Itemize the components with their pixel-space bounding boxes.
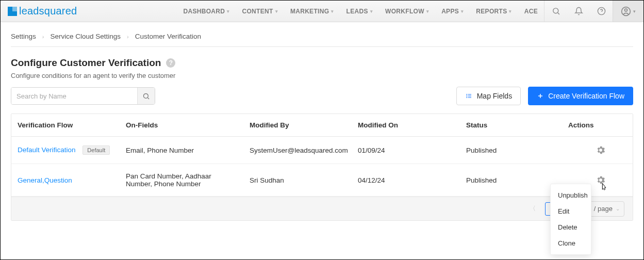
toolbar-right: Map Fields Create Verification Flow: [456, 87, 633, 105]
nav-dashboard[interactable]: DASHBOARD▾: [177, 1, 236, 22]
nav-icons: ▾: [544, 1, 643, 22]
create-flow-button[interactable]: Create Verification Flow: [528, 87, 633, 105]
bell-icon[interactable]: [567, 1, 590, 22]
search-field: [11, 87, 155, 105]
gear-icon[interactable]: [596, 145, 606, 155]
chevron-down-icon: ⌄: [616, 206, 620, 212]
actions-menu: Unpublish Edit Delete Clone: [550, 184, 591, 255]
page-subtitle: Configure conditions for an agent to ver…: [1, 72, 643, 87]
nav-label: LEADS: [346, 8, 368, 15]
svg-line-7: [147, 98, 149, 99]
logo-text: leadsquared: [19, 5, 77, 17]
menu-unpublish[interactable]: Unpublish: [551, 187, 591, 203]
col-modified-by: Modified By: [243, 114, 352, 136]
table-row: General,Question Pan Card Number, Aadhaa…: [11, 164, 633, 197]
crumb-current: Customer Verification: [135, 32, 201, 40]
svg-point-13: [466, 98, 467, 98]
logo-mark-icon: [8, 7, 17, 16]
cell-modified-by: Sri Sudhan: [243, 168, 352, 192]
flow-link[interactable]: General,Question: [18, 176, 72, 184]
crumb-settings[interactable]: Settings: [11, 32, 36, 40]
search-icon[interactable]: [544, 1, 567, 22]
cell-modified-on: 04/12/24: [352, 168, 460, 192]
breadcrumb: Settings › Service Cloud Settings › Cust…: [1, 22, 643, 46]
chevron-down-icon: ▾: [633, 9, 636, 14]
col-flow: Verification Flow: [11, 114, 120, 136]
col-modified-on: Modified On: [352, 114, 460, 136]
nav-label: ACE: [524, 8, 538, 15]
chevron-right-icon: ›: [127, 34, 129, 40]
svg-line-1: [558, 13, 559, 14]
cell-modified-on: 01/09/24: [352, 138, 460, 163]
search-input[interactable]: [11, 88, 137, 104]
flow-link[interactable]: Default Verification: [18, 146, 76, 154]
crumb-service-cloud[interactable]: Service Cloud Settings: [50, 32, 121, 40]
user-menu[interactable]: ▾: [613, 1, 643, 22]
toolbar: Map Fields Create Verification Flow: [1, 87, 643, 113]
chevron-down-icon: ▾: [426, 9, 429, 14]
create-flow-label: Create Verification Flow: [548, 92, 624, 100]
nav-label: CONTENT: [242, 8, 273, 15]
table-row: Default Verification Default Email, Phon…: [11, 137, 633, 164]
col-fields: On-Fields: [120, 114, 243, 136]
menu-clone[interactable]: Clone: [551, 235, 591, 251]
chevron-down-icon: ▾: [461, 9, 464, 14]
cell-modified-by: SystemUser@leadsquared.com: [243, 138, 352, 163]
svg-point-5: [625, 9, 628, 11]
cell-fields: Pan Card Number, Aadhaar Number, Phone N…: [120, 164, 243, 196]
menu-delete[interactable]: Delete: [551, 219, 591, 235]
nav-label: MARKETING: [290, 8, 329, 15]
menu-edit[interactable]: Edit: [551, 203, 591, 219]
nav-label: APPS: [441, 8, 459, 15]
nav-label: DASHBOARD: [183, 8, 225, 15]
nav-ace[interactable]: ACE: [518, 1, 544, 22]
top-nav: leadsquared DASHBOARD▾ CONTENT▾ MARKETIN…: [1, 1, 643, 22]
nav-label: WORKFLOW: [385, 8, 424, 15]
svg-point-0: [553, 8, 558, 13]
nav-content[interactable]: CONTENT▾: [236, 1, 284, 22]
gear-icon[interactable]: [596, 175, 606, 185]
logo[interactable]: leadsquared: [8, 5, 77, 17]
nav-workflow[interactable]: WORKFLOW▾: [379, 1, 435, 22]
verification-table: Verification Flow On-Fields Modified By …: [11, 113, 633, 221]
nav-reports[interactable]: REPORTS▾: [470, 1, 518, 22]
table-header: Verification Flow On-Fields Modified By …: [11, 114, 633, 137]
chevron-right-icon: ›: [42, 34, 44, 40]
col-status: Status: [460, 114, 568, 136]
col-actions: Actions: [568, 114, 633, 136]
nav-apps[interactable]: APPS▾: [435, 1, 470, 22]
help-icon[interactable]: [590, 1, 613, 22]
pager-prev[interactable]: 〈: [530, 204, 536, 213]
page-title: Configure Customer Verification: [11, 57, 161, 69]
cell-fields: Email, Phone Number: [120, 138, 243, 163]
chevron-down-icon: ▾: [275, 9, 278, 14]
nav-items: DASHBOARD▾ CONTENT▾ MARKETING▾ LEADS▾ WO…: [177, 1, 544, 22]
svg-point-12: [466, 96, 467, 96]
cell-status: Published: [460, 138, 568, 163]
chevron-down-icon: ▾: [331, 9, 334, 14]
nav-marketing[interactable]: MARKETING▾: [284, 1, 340, 22]
map-fields-button[interactable]: Map Fields: [456, 87, 521, 105]
chevron-down-icon: ▾: [509, 9, 511, 14]
help-icon[interactable]: ?: [166, 58, 175, 68]
svg-point-6: [144, 93, 148, 98]
nav-label: REPORTS: [476, 8, 507, 15]
chevron-down-icon: ▾: [370, 9, 373, 14]
table-body: Default Verification Default Email, Phon…: [11, 137, 633, 197]
search-button[interactable]: [137, 88, 155, 104]
map-fields-label: Map Fields: [477, 92, 512, 100]
per-page-label: / page: [594, 205, 613, 213]
page-header: Configure Customer Verification ?: [1, 47, 643, 72]
table-footer: 〈 1 〉 / page ⌄: [11, 197, 633, 220]
svg-point-11: [466, 94, 467, 95]
default-badge: Default: [82, 145, 110, 155]
nav-leads[interactable]: LEADS▾: [340, 1, 379, 22]
chevron-down-icon: ▾: [227, 9, 229, 14]
